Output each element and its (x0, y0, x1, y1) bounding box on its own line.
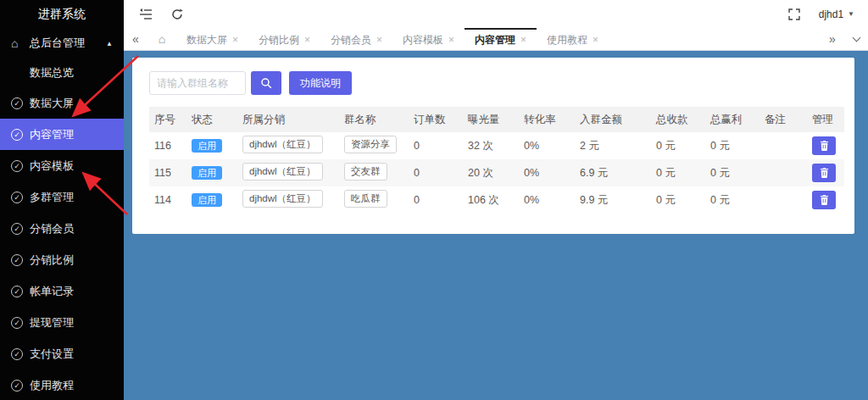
tab-label: 内容模板 (403, 33, 443, 47)
tab-item[interactable]: 内容管理× (465, 28, 537, 50)
cell-group: 交友群 (339, 159, 409, 186)
trash-icon (820, 195, 829, 205)
tab-item[interactable]: 数据大屏× (176, 28, 248, 50)
check-circle-icon: ✓ (11, 129, 23, 141)
column-header: 订单数 (409, 107, 463, 132)
content-area: 功能说明 序号状态所属分销群名称订单数曝光量转化率入群金额总收款总赢利备注管理 … (124, 51, 868, 400)
groups-table: 序号状态所属分销群名称订单数曝光量转化率入群金额总收款总赢利备注管理 116启用… (149, 107, 844, 214)
cell-manage (807, 132, 844, 159)
cell-note (760, 186, 807, 214)
cell-orders: 0 (409, 132, 463, 159)
cell-note (760, 132, 807, 159)
close-icon[interactable]: × (448, 34, 454, 46)
sidebar-item[interactable]: ✓提现管理 (0, 307, 124, 338)
cell-note (760, 159, 807, 186)
column-header: 总赢利 (705, 107, 760, 132)
group-tag: 资源分享 (344, 136, 397, 153)
sidebar-item[interactable]: ✓分销会员 (0, 213, 124, 244)
home-tab[interactable]: ⌂ (147, 28, 176, 50)
delete-button[interactable] (812, 136, 836, 155)
sidebar-item[interactable]: ✓数据大屏 (0, 87, 124, 119)
cell-received: 0 元 (651, 132, 705, 159)
check-circle-icon: ✓ (11, 317, 23, 329)
column-header: 转化率 (519, 107, 575, 132)
cell-profit: 0 元 (705, 186, 760, 214)
sidebar-parent-label: 总后台管理 (30, 36, 85, 51)
tabs-menu-icon[interactable] (844, 28, 868, 50)
cell-agent: djhdwl（红豆） (237, 132, 339, 159)
tab-item[interactable]: 使用教程× (537, 28, 609, 50)
delete-button[interactable] (812, 164, 836, 182)
cell-amount: 6.9 元 (575, 159, 651, 186)
close-icon[interactable]: × (376, 34, 382, 46)
sidebar-item[interactable]: ✓分销比例 (0, 244, 124, 275)
sidebar-item-label: 使用教程 (30, 378, 74, 393)
refresh-icon[interactable] (171, 8, 183, 20)
sidebar-item-label: 帐单记录 (30, 284, 74, 299)
column-header: 入群金额 (575, 107, 651, 132)
column-header: 总收款 (651, 107, 705, 132)
close-icon[interactable]: × (520, 34, 526, 46)
content-card: 功能说明 序号状态所属分销群名称订单数曝光量转化率入群金额总收款总赢利备注管理 … (132, 58, 854, 234)
cell-profit: 0 元 (705, 132, 760, 159)
status-badge: 启用 (192, 166, 222, 180)
cell-conversion: 0% (519, 186, 575, 214)
cell-manage (807, 159, 844, 186)
tabs-scroll-left-icon[interactable]: « (124, 28, 147, 50)
sidebar-menu: ✓数据大屏✓内容管理✓内容模板✓多群管理✓分销会员✓分销比例✓帐单记录✓提现管理… (0, 87, 124, 400)
home-icon: ⌂ (159, 32, 165, 46)
search-input[interactable] (149, 71, 246, 95)
sidebar-item-admin-root[interactable]: ⌂ 总后台管理 ▲ (0, 28, 124, 58)
cell-status: 启用 (186, 159, 237, 186)
cell-exposure: 20 次 (463, 159, 519, 186)
group-tag: 交友群 (344, 163, 387, 181)
sidebar-item-label: 数据总览 (30, 65, 74, 81)
tab-label: 数据大屏 (186, 33, 227, 47)
check-circle-icon: ✓ (11, 380, 23, 392)
check-circle-icon: ✓ (11, 286, 23, 297)
tab-item[interactable]: 内容模板× (392, 28, 465, 50)
toolbar: 功能说明 (149, 71, 841, 95)
sidebar-item[interactable]: ✓使用教程 (0, 369, 124, 400)
sidebar-item-label: 提现管理 (30, 315, 74, 331)
sidebar-item[interactable]: ✓帐单记录 (0, 275, 124, 307)
table-row: 116启用djhdwl（红豆）资源分享032 次0%2 元0 元0 元 (149, 132, 844, 159)
user-menu[interactable]: djhd1 ▼ (819, 8, 854, 20)
table-row: 114启用djhdwl（红豆）吃瓜群0106 次0%9.9 元0 元0 元 (149, 186, 844, 214)
home-icon: ⌂ (11, 37, 23, 49)
fullscreen-icon[interactable] (788, 8, 800, 20)
tab-item[interactable]: 分销会员× (320, 28, 392, 50)
sidebar-item-label: 内容模板 (30, 158, 74, 174)
tab-item[interactable]: 分销比例× (248, 28, 320, 50)
sidebar-item-overview[interactable]: 数据总览 (0, 58, 124, 87)
delete-button[interactable] (812, 191, 836, 209)
help-button[interactable]: 功能说明 (289, 71, 352, 95)
tab-list: 数据大屏×分销比例×分销会员×内容模板×内容管理×使用教程× (176, 28, 821, 50)
tabs-scroll-right-icon[interactable]: » (821, 28, 844, 50)
cell-id: 114 (149, 186, 186, 214)
column-header: 曝光量 (463, 107, 519, 132)
sidebar-item[interactable]: ✓多群管理 (0, 181, 124, 213)
cell-id: 116 (149, 132, 186, 159)
sidebar-item-label: 支付设置 (30, 347, 74, 362)
cell-status: 启用 (186, 132, 237, 159)
sidebar-item-label: 内容管理 (30, 127, 74, 142)
close-icon[interactable]: × (232, 34, 238, 46)
search-button[interactable] (251, 71, 281, 95)
close-icon[interactable]: × (304, 34, 310, 46)
sidebar-item[interactable]: ✓支付设置 (0, 338, 124, 369)
close-icon[interactable]: × (593, 34, 598, 46)
cell-received: 0 元 (651, 159, 705, 186)
sidebar: 进群系统 ⌂ 总后台管理 ▲ 数据总览 ✓数据大屏✓内容管理✓内容模板✓多群管理… (0, 0, 124, 400)
collapse-sidebar-icon[interactable] (139, 8, 153, 20)
check-circle-icon: ✓ (11, 223, 23, 235)
tab-bar: « ⌂ 数据大屏×分销比例×分销会员×内容模板×内容管理×使用教程× » (124, 28, 868, 51)
sidebar-item[interactable]: ✓内容管理 (0, 119, 124, 150)
status-badge: 启用 (192, 139, 222, 153)
check-circle-icon: ✓ (11, 348, 23, 360)
column-header: 所属分销 (237, 107, 339, 132)
sidebar-item-label: 分销会员 (30, 221, 74, 236)
main-column: djhd1 ▼ « ⌂ 数据大屏×分销比例×分销会员×内容模板×内容管理×使用教… (124, 0, 868, 400)
cell-conversion: 0% (519, 132, 575, 159)
sidebar-item[interactable]: ✓内容模板 (0, 150, 124, 181)
